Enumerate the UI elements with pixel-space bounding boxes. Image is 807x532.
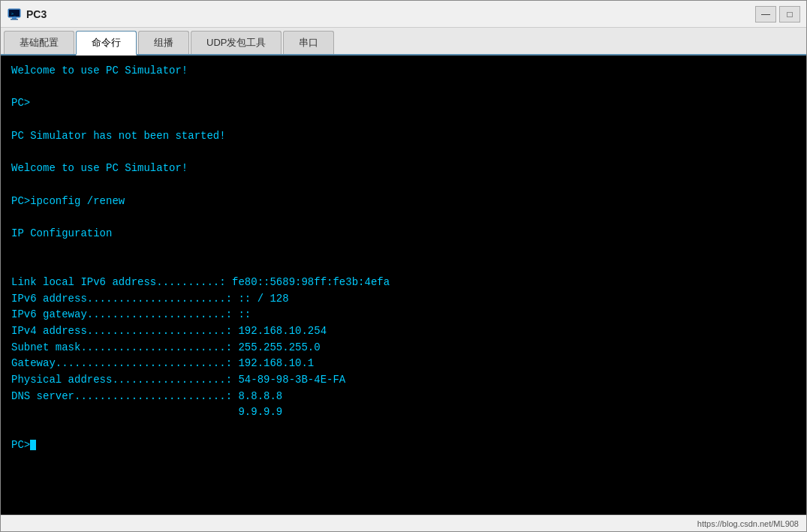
terminal[interactable]: Welcome to use PC Simulator! PC> PC Simu… xyxy=(1,56,806,515)
tab-multicast[interactable]: 组播 xyxy=(138,31,189,54)
tab-serial[interactable]: 串口 xyxy=(283,31,334,54)
tab-bar: 基础配置 命令行 组播 UDP发包工具 串口 xyxy=(1,28,806,56)
svg-rect-2 xyxy=(11,19,18,20)
title-bar-left: >_ PC3 xyxy=(7,7,47,22)
window-title: PC3 xyxy=(26,8,47,20)
title-bar: >_ PC3 — □ xyxy=(1,1,806,28)
tab-udp[interactable]: UDP发包工具 xyxy=(191,31,282,54)
status-url: https://blog.csdn.net/ML908 xyxy=(697,519,799,528)
svg-rect-1 xyxy=(12,17,17,19)
svg-text:>_: >_ xyxy=(11,11,17,17)
title-bar-controls: — □ xyxy=(755,6,800,23)
terminal-output: Welcome to use PC Simulator! PC> PC Simu… xyxy=(11,63,796,454)
pc-icon: >_ xyxy=(7,7,22,22)
maximize-button[interactable]: □ xyxy=(779,6,800,23)
tab-cmd[interactable]: 命令行 xyxy=(76,31,137,56)
status-bar: https://blog.csdn.net/ML908 xyxy=(1,515,806,531)
terminal-cursor xyxy=(30,440,36,450)
tab-basic[interactable]: 基础配置 xyxy=(4,31,74,54)
minimize-button[interactable]: — xyxy=(755,6,776,23)
window: >_ PC3 — □ 基础配置 命令行 组播 UDP发包工具 串口 Welcom… xyxy=(0,0,807,532)
